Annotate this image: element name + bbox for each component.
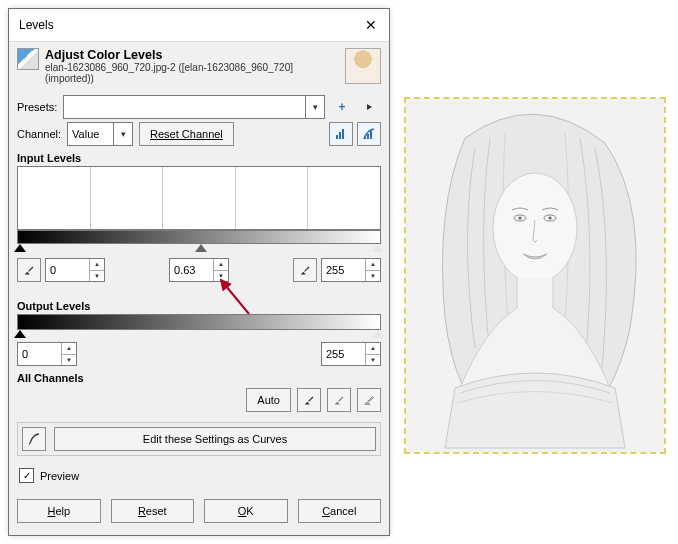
output-low-spinner[interactable]: 0 ▲▼: [17, 342, 77, 366]
svg-rect-5: [367, 134, 369, 139]
input-high-spinner[interactable]: 255 ▲▼: [321, 258, 381, 282]
pick-gray-button[interactable]: [327, 388, 351, 412]
linear-histogram-button[interactable]: [329, 122, 353, 146]
window-title: Levels: [19, 18, 54, 32]
add-preset-button[interactable]: +: [331, 96, 353, 118]
svg-point-9: [493, 173, 577, 283]
levels-dialog: Levels ✕ Adjust Color Levels elan-162308…: [8, 8, 390, 536]
levels-tool-icon: [17, 48, 39, 70]
svg-rect-2: [339, 132, 341, 139]
presets-dropdown[interactable]: ▾: [63, 95, 325, 119]
image-canvas[interactable]: [405, 98, 665, 453]
preview-checkbox[interactable]: ✓: [19, 468, 34, 483]
presets-label: Presets:: [17, 101, 57, 113]
white-point-handle[interactable]: [372, 244, 384, 252]
input-gradient-slider[interactable]: [17, 230, 381, 244]
channel-dropdown[interactable]: Value ▾: [67, 122, 133, 146]
svg-point-13: [548, 216, 551, 219]
black-eyedropper-button[interactable]: [17, 258, 41, 282]
dialog-subtitle: elan-1623086_960_720.jpg-2 ([elan-162308…: [45, 62, 339, 84]
preset-menu-button[interactable]: [359, 96, 381, 118]
all-channels-label: All Channels: [17, 372, 381, 384]
svg-rect-4: [364, 137, 366, 139]
svg-rect-3: [342, 129, 344, 139]
output-levels-label: Output Levels: [17, 300, 381, 312]
edit-as-curves-button[interactable]: Edit these Settings as Curves: [54, 427, 376, 451]
cancel-button[interactable]: Cancel: [298, 499, 382, 523]
gamma-handle[interactable]: [195, 244, 207, 252]
pick-black-button[interactable]: [297, 388, 321, 412]
reset-button[interactable]: Reset: [111, 499, 195, 523]
histogram[interactable]: [17, 166, 381, 230]
pick-white-button[interactable]: [357, 388, 381, 412]
output-high-spinner[interactable]: 255 ▲▼: [321, 342, 381, 366]
sketch-preview-icon: [405, 98, 665, 453]
output-black-handle[interactable]: [14, 330, 26, 338]
chevron-down-icon: ▾: [305, 96, 324, 118]
help-button[interactable]: Help: [17, 499, 101, 523]
reset-channel-button[interactable]: Reset Channel: [139, 122, 234, 146]
white-eyedropper-button[interactable]: [293, 258, 317, 282]
svg-rect-1: [336, 135, 338, 139]
output-white-handle[interactable]: [372, 330, 384, 338]
title-bar: Levels ✕: [9, 9, 389, 42]
auto-button[interactable]: Auto: [246, 388, 291, 412]
preview-label: Preview: [40, 470, 79, 482]
black-point-handle[interactable]: [14, 244, 26, 252]
svg-marker-0: [367, 104, 372, 110]
curves-icon: [22, 427, 46, 451]
dialog-title: Adjust Color Levels: [45, 48, 339, 62]
ok-button[interactable]: OK: [204, 499, 288, 523]
image-thumbnail: [345, 48, 381, 84]
input-low-spinner[interactable]: 0 ▲▼: [45, 258, 105, 282]
svg-point-12: [518, 216, 521, 219]
output-gradient-slider[interactable]: [17, 314, 381, 330]
close-icon[interactable]: ✕: [361, 15, 381, 35]
input-gamma-spinner[interactable]: 0.63 ▲▼: [169, 258, 229, 282]
chevron-down-icon: ▾: [113, 123, 132, 145]
channel-label: Channel:: [17, 128, 61, 140]
svg-rect-6: [370, 131, 372, 139]
log-histogram-button[interactable]: [357, 122, 381, 146]
input-levels-label: Input Levels: [17, 152, 381, 164]
dialog-header: Adjust Color Levels elan-1623086_960_720…: [9, 42, 389, 88]
